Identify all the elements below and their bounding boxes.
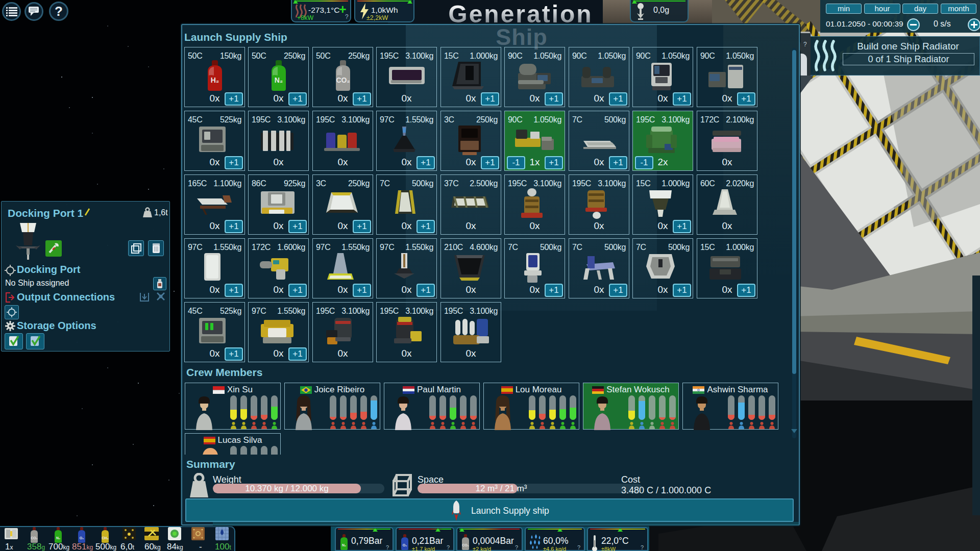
svg-text:O₂: O₂ <box>80 536 84 540</box>
svg-text:CO₂: CO₂ <box>31 536 38 540</box>
svg-text:CO₂: CO₂ <box>462 543 469 547</box>
svg-text:N₂: N₂ <box>274 76 282 84</box>
svg-text:N₂: N₂ <box>342 543 346 547</box>
svg-text:N₂: N₂ <box>56 536 60 540</box>
svg-text:CH₄: CH₄ <box>102 536 108 540</box>
svg-text:H₂: H₂ <box>210 76 218 84</box>
svg-text:O₂: O₂ <box>403 543 407 547</box>
svg-text:CO₂: CO₂ <box>336 76 350 84</box>
